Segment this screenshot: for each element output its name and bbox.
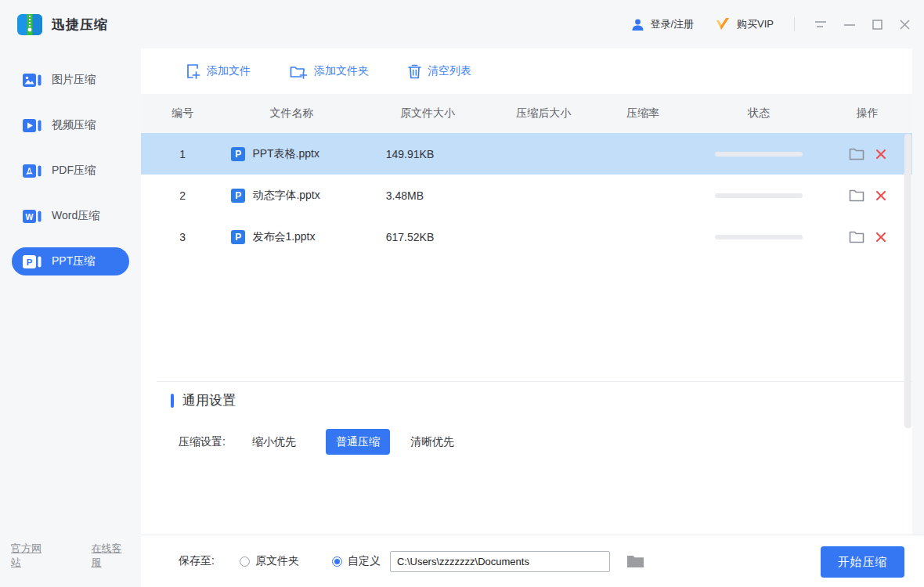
option-clarity-priority[interactable]: 清晰优先 (410, 435, 454, 449)
close-button[interactable] (900, 20, 910, 30)
sidebar-item-word-compress[interactable]: W Word压缩 (12, 202, 129, 230)
col-header-filename: 文件名称 (224, 106, 359, 121)
open-folder-button[interactable] (849, 189, 864, 202)
sidebar-item-ppt-compress[interactable]: P PPT压缩 (12, 247, 129, 275)
row-filename-cell: P PPT表格.pptx (224, 147, 359, 161)
table-row[interactable]: 2 P 动态字体.pptx 3.48MB (141, 175, 912, 216)
accent-bar (171, 394, 174, 408)
progress-bar (715, 235, 803, 239)
zip-logo-icon (17, 14, 42, 35)
image-compress-icon (23, 74, 42, 87)
word-compress-icon: W (23, 210, 42, 223)
row-filename: 动态字体.pptx (252, 189, 319, 203)
radio-circle-unchecked (240, 556, 250, 567)
progress-bar (715, 152, 803, 157)
progress-bar (715, 193, 803, 198)
buy-vip-button[interactable]: 购买VIP (714, 17, 774, 31)
user-icon (631, 18, 644, 31)
row-status-cell (695, 193, 823, 198)
file-table-header: 编号 文件名称 原文件大小 压缩后大小 压缩率 状态 操作 (141, 94, 912, 133)
sidebar-item-label: 图片压缩 (52, 73, 96, 87)
remove-file-button[interactable] (876, 149, 886, 159)
title-bar: 迅捷压缩 登录/注册 购买VIP (0, 0, 924, 49)
row-filename: 发布会1.pptx (252, 230, 315, 244)
close-x-icon (876, 191, 886, 200)
row-number: 2 (141, 189, 224, 202)
row-operations (823, 189, 912, 202)
sidebar-item-label: PPT压缩 (52, 254, 95, 268)
sidebar: 图片压缩 视频压缩 PDF压缩 W Word压缩 (0, 49, 141, 587)
open-folder-button[interactable] (849, 148, 864, 160)
folder-icon (849, 148, 864, 160)
vip-label: 购买VIP (737, 17, 774, 31)
col-header-ratio: 压缩率 (591, 106, 695, 121)
menu-icon[interactable] (815, 20, 827, 28)
row-filename: PPT表格.pptx (252, 147, 319, 161)
login-button[interactable]: 登录/注册 (631, 17, 694, 31)
folder-icon (849, 231, 864, 243)
title-bar-actions: 登录/注册 购买VIP (631, 17, 910, 31)
online-support-link[interactable]: 在线客服 (92, 542, 131, 570)
row-operations (823, 148, 912, 160)
col-header-compressed-size: 压缩后大小 (496, 106, 591, 121)
sidebar-item-video-compress[interactable]: 视频压缩 (12, 111, 129, 139)
sidebar-item-pdf-compress[interactable]: PDF压缩 (12, 157, 129, 185)
main-panel: 添加文件 添加文件夹 清空列表 (141, 49, 912, 535)
row-filename-cell: P 发布会1.pptx (224, 230, 359, 244)
app-title: 迅捷压缩 (52, 16, 108, 34)
sidebar-footer: 官方网站 在线客服 (0, 542, 141, 570)
table-row[interactable]: 3 P 发布会1.pptx 617.52KB (141, 216, 912, 257)
settings-divider (157, 381, 912, 382)
save-path-input[interactable] (390, 551, 610, 572)
folder-icon (849, 189, 864, 202)
browse-folder-icon (627, 555, 644, 568)
settings-title-text: 通用设置 (182, 391, 236, 409)
row-original-size: 3.48MB (359, 189, 496, 202)
add-file-label: 添加文件 (207, 64, 251, 78)
add-file-button[interactable]: 添加文件 (186, 63, 251, 79)
radio-custom-folder[interactable]: 自定义 (332, 554, 381, 568)
settings-section-title: 通用设置 (171, 391, 236, 409)
add-folder-icon (290, 64, 308, 79)
row-operations (823, 231, 912, 243)
maximize-button[interactable] (872, 20, 882, 30)
clear-list-button[interactable]: 清空列表 (408, 64, 471, 79)
row-status-cell (695, 152, 823, 157)
option-normal-compression[interactable]: 普通压缩 (326, 429, 390, 455)
login-label: 登录/注册 (650, 17, 694, 31)
vertical-scrollbar[interactable] (904, 134, 911, 428)
remove-file-button[interactable] (876, 191, 886, 200)
remove-file-button[interactable] (876, 232, 886, 242)
sidebar-item-image-compress[interactable]: 图片压缩 (12, 66, 129, 94)
add-folder-label: 添加文件夹 (314, 64, 369, 78)
official-site-link[interactable]: 官方网站 (11, 542, 50, 570)
start-compression-button[interactable]: 开始压缩 (821, 546, 904, 578)
svg-text:P: P (27, 257, 33, 266)
table-row[interactable]: 1 P PPT表格.pptx 149.91KB (141, 133, 912, 175)
row-number: 1 (141, 148, 224, 160)
window-controls (815, 20, 910, 30)
ppt-file-icon: P (231, 189, 245, 203)
sidebar-item-label: Word压缩 (52, 209, 99, 223)
col-header-operations: 操作 (823, 106, 912, 121)
ppt-file-icon: P (231, 230, 245, 244)
radio-original-folder[interactable]: 原文件夹 (240, 554, 299, 568)
col-header-original-size: 原文件大小 (359, 106, 496, 121)
sidebar-item-label: 视频压缩 (52, 118, 96, 132)
add-folder-button[interactable]: 添加文件夹 (290, 64, 369, 79)
close-x-icon (876, 149, 886, 159)
col-header-status: 状态 (695, 106, 823, 121)
open-folder-button[interactable] (849, 231, 864, 243)
minimize-button[interactable] (844, 20, 855, 29)
add-file-icon (186, 63, 200, 79)
bottom-bar: 保存至: 原文件夹 自定义 开始压缩 (141, 535, 924, 587)
ppt-file-icon: P (231, 147, 245, 161)
option-size-priority[interactable]: 缩小优先 (252, 435, 296, 449)
radio-circle-checked (332, 556, 342, 567)
browse-folder-button[interactable] (627, 555, 644, 568)
save-to-label: 保存至: (179, 554, 215, 568)
video-compress-icon (23, 119, 42, 132)
row-original-size: 617.52KB (359, 231, 496, 243)
pdf-compress-icon (23, 164, 42, 178)
app-logo-group: 迅捷压缩 (17, 14, 108, 35)
